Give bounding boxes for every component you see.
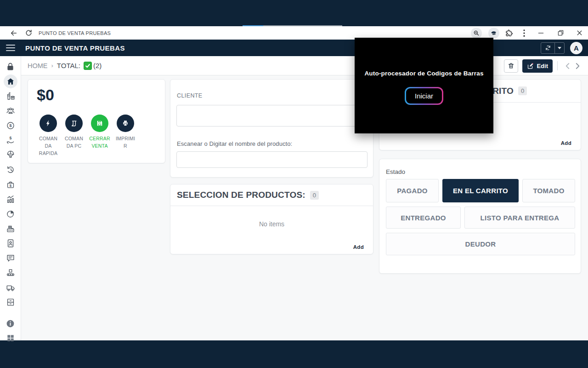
comanda-rapida-label: COMAN DA RAPIDA [39, 135, 57, 157]
edit-pencil-icon [527, 63, 534, 69]
iniciar-button-label: Iniciar [406, 88, 442, 104]
estado-row-2: ENTREGADO LISTO PARA ENTREGA [386, 207, 575, 229]
comanda-pc-button[interactable]: COMAN DA PC [61, 115, 87, 157]
svg-text:$: $ [9, 184, 11, 188]
app-header: PUNTO DE VENTA PRUEBAS A [0, 40, 588, 56]
sync-button[interactable] [541, 43, 554, 53]
estado-row-3: DEUDOR [386, 233, 575, 255]
edit-button[interactable]: Edit [522, 59, 553, 73]
iniciar-button[interactable]: Iniciar [405, 87, 443, 105]
status-listo-para-entrega-button[interactable]: LISTO PARA ENTREGA [464, 207, 575, 229]
status-entregado-button[interactable]: ENTREGADO [386, 207, 461, 229]
barcode-processor-dialog: Auto-procesador de Codigos de Barras Ini… [355, 38, 493, 133]
check-icon [84, 62, 92, 70]
breadcrumb-count: (2) [93, 62, 102, 69]
client-card: CLIENTE Escanear o Digitar el nombre del… [170, 79, 373, 178]
browser-back-icon[interactable] [8, 28, 19, 39]
cart-count-badge: 0 [518, 86, 527, 95]
cerrar-venta-label: CERRAR VENTA [89, 135, 110, 150]
sidebar-item-shopping-bag-icon[interactable] [4, 60, 17, 74]
divider [557, 61, 558, 70]
status-tomado-button[interactable]: TOMADO [522, 179, 575, 202]
sidebar-item-drawers-icon[interactable] [4, 295, 17, 309]
summary-card: $0 COMAN DA RAPIDA COMAN DA PC CERRAR VE… [28, 79, 165, 163]
sidebar-item-fast-food-icon[interactable] [4, 89, 17, 103]
selection-card-header: SELECCION DE PRODUCTOS: 0 [170, 184, 373, 206]
sidebar-item-cash-register-icon[interactable] [4, 222, 17, 236]
cart-add-button[interactable]: Add [561, 140, 571, 146]
window-minimize-icon[interactable] [538, 30, 544, 36]
save-icon [91, 115, 108, 132]
svg-text:$: $ [9, 136, 11, 140]
cliente-input[interactable] [176, 105, 368, 126]
selection-add-button[interactable]: Add [353, 244, 364, 250]
sync-button-group [541, 42, 565, 54]
sidebar-item-pie-chart-icon[interactable] [4, 207, 17, 221]
sidebar-item-info-icon[interactable] [4, 316, 17, 330]
sidebar-item-cash-box-icon[interactable]: $ [4, 178, 17, 191]
edit-button-label: Edit [537, 63, 548, 69]
sidebar-item-comments-icon[interactable] [4, 251, 17, 265]
sync-dropdown-button[interactable] [554, 43, 564, 53]
sidebar-item-history-icon[interactable] [4, 163, 17, 177]
status-deudor-button[interactable]: DEUDOR [386, 233, 575, 255]
page-previous-icon[interactable] [562, 60, 572, 72]
sidebar-item-price-badge-icon[interactable]: $ [4, 119, 17, 132]
page-next-icon[interactable] [572, 60, 582, 72]
product-selection-card: SELECCION DE PRODUCTOS: 0 No items Add [170, 184, 373, 254]
cliente-label: CLIENTE [177, 92, 203, 99]
sidebar-item-delivery-truck-icon[interactable] [4, 281, 17, 294]
product-scan-label: Escanear o Digitar el nombre del product… [177, 140, 292, 147]
sidebar-item-hand-money-icon[interactable]: $ [4, 133, 17, 147]
browser-menu-icon[interactable] [523, 29, 525, 37]
status-en-el-carrito-button[interactable]: EN EL CARRITO [442, 179, 519, 202]
printer-icon [117, 115, 134, 132]
breadcrumb-row: HOME › TOTAL: (2) Edit [21, 56, 588, 75]
browser-toolbar: PUNTO DE VENTA PRUEBAS [0, 26, 588, 40]
browser-reload-icon[interactable] [23, 28, 34, 39]
window-close-icon[interactable] [577, 30, 582, 36]
estado-row-1: PAGADO EN EL CARRITO TOMADO [386, 179, 575, 202]
svg-text:$: $ [9, 123, 12, 128]
comanda-rapida-button[interactable]: COMAN DA RAPIDA [35, 115, 61, 157]
breadcrumb-total-label: TOTAL: [57, 62, 80, 69]
selection-count-badge: 0 [310, 191, 319, 200]
status-pagado-button[interactable]: PAGADO [386, 179, 439, 202]
avatar[interactable]: A [570, 42, 582, 54]
cerrar-venta-button[interactable]: CERRAR VENTA [87, 115, 113, 157]
selection-title: SELECCION DE PRODUCTOS: [177, 190, 305, 200]
estado-card: Estado PAGADO EN EL CARRITO TOMADO ENTRE… [379, 159, 581, 274]
sidebar-item-parachute-delivery-icon[interactable] [4, 148, 17, 162]
total-amount: $0 [37, 86, 54, 104]
delete-button[interactable] [504, 59, 518, 73]
sidebar-item-conveyor-icon[interactable] [4, 266, 17, 280]
browser-tab-title: PUNTO DE VENTA PRUEBAS [39, 30, 111, 36]
sidebar-item-contact-document-icon[interactable] [4, 236, 17, 250]
estado-label: Estado [386, 168, 405, 175]
imprimir-label: IMPRIMI R [116, 135, 135, 150]
zoom-icon[interactable] [471, 28, 482, 39]
sidebar-item-customers-icon[interactable] [4, 104, 17, 118]
app-title: PUNTO DE VENTA PRUEBAS [25, 44, 125, 52]
sidebar-item-stats-chart-icon[interactable] [4, 192, 17, 206]
imprimir-button[interactable]: IMPRIMI R [113, 115, 138, 157]
window-restore-icon[interactable] [558, 30, 564, 36]
product-scan-input[interactable] [176, 151, 368, 168]
menu-hamburger-icon[interactable] [6, 45, 15, 51]
extension-tool-icon[interactable] [488, 28, 499, 39]
sidebar-item-home-icon[interactable] [4, 75, 17, 88]
extensions-puzzle-icon[interactable] [505, 29, 513, 37]
breadcrumb-separator: › [51, 62, 53, 69]
chevron-down-icon [558, 47, 561, 49]
selection-empty-text: No items [170, 220, 373, 228]
sidebar: $ $ $ [0, 56, 21, 340]
breadcrumb-home[interactable]: HOME [28, 62, 48, 69]
bolt-icon [40, 115, 57, 132]
receipt-icon [65, 115, 83, 132]
comanda-pc-label: COMAN DA PC [65, 135, 83, 150]
sidebar-item-apps-grid-icon[interactable] [4, 331, 17, 345]
barcode-dialog-title: Auto-procesador de Codigos de Barras [364, 70, 483, 77]
